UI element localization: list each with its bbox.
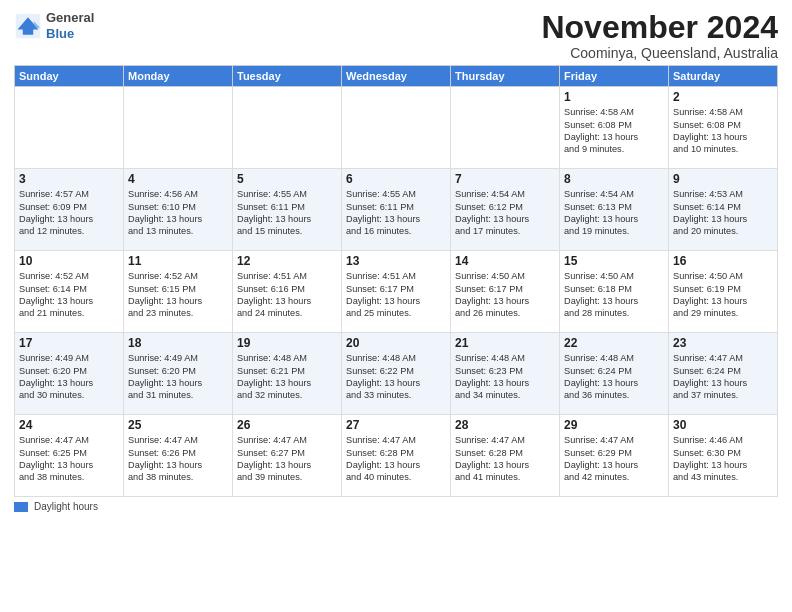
day-number: 6	[346, 172, 446, 186]
calendar-cell: 10Sunrise: 4:52 AM Sunset: 6:14 PM Dayli…	[15, 251, 124, 333]
day-number: 8	[564, 172, 664, 186]
location: Coominya, Queensland, Australia	[541, 45, 778, 61]
day-number: 21	[455, 336, 555, 350]
calendar-cell: 21Sunrise: 4:48 AM Sunset: 6:23 PM Dayli…	[451, 333, 560, 415]
day-header-monday: Monday	[124, 66, 233, 87]
day-info: Sunrise: 4:47 AM Sunset: 6:28 PM Dayligh…	[346, 434, 446, 484]
day-number: 14	[455, 254, 555, 268]
header: General Blue November 2024 Coominya, Que…	[14, 10, 778, 61]
day-number: 10	[19, 254, 119, 268]
calendar-header-row: SundayMondayTuesdayWednesdayThursdayFrid…	[15, 66, 778, 87]
day-number: 9	[673, 172, 773, 186]
day-header-saturday: Saturday	[669, 66, 778, 87]
calendar-cell: 25Sunrise: 4:47 AM Sunset: 6:26 PM Dayli…	[124, 415, 233, 497]
calendar-cell	[342, 87, 451, 169]
day-info: Sunrise: 4:54 AM Sunset: 6:12 PM Dayligh…	[455, 188, 555, 238]
day-number: 17	[19, 336, 119, 350]
calendar-cell	[15, 87, 124, 169]
calendar-cell: 6Sunrise: 4:55 AM Sunset: 6:11 PM Daylig…	[342, 169, 451, 251]
day-info: Sunrise: 4:47 AM Sunset: 6:28 PM Dayligh…	[455, 434, 555, 484]
day-number: 11	[128, 254, 228, 268]
calendar-cell: 15Sunrise: 4:50 AM Sunset: 6:18 PM Dayli…	[560, 251, 669, 333]
calendar-week-row: 17Sunrise: 4:49 AM Sunset: 6:20 PM Dayli…	[15, 333, 778, 415]
day-number: 22	[564, 336, 664, 350]
day-number: 29	[564, 418, 664, 432]
calendar-cell: 12Sunrise: 4:51 AM Sunset: 6:16 PM Dayli…	[233, 251, 342, 333]
day-number: 3	[19, 172, 119, 186]
day-number: 13	[346, 254, 446, 268]
day-number: 2	[673, 90, 773, 104]
day-info: Sunrise: 4:55 AM Sunset: 6:11 PM Dayligh…	[346, 188, 446, 238]
day-info: Sunrise: 4:52 AM Sunset: 6:14 PM Dayligh…	[19, 270, 119, 320]
calendar-cell: 7Sunrise: 4:54 AM Sunset: 6:12 PM Daylig…	[451, 169, 560, 251]
day-header-tuesday: Tuesday	[233, 66, 342, 87]
logo-line1: General	[46, 10, 94, 26]
day-info: Sunrise: 4:46 AM Sunset: 6:30 PM Dayligh…	[673, 434, 773, 484]
day-info: Sunrise: 4:47 AM Sunset: 6:26 PM Dayligh…	[128, 434, 228, 484]
calendar-cell: 8Sunrise: 4:54 AM Sunset: 6:13 PM Daylig…	[560, 169, 669, 251]
day-number: 30	[673, 418, 773, 432]
day-info: Sunrise: 4:49 AM Sunset: 6:20 PM Dayligh…	[128, 352, 228, 402]
day-info: Sunrise: 4:47 AM Sunset: 6:24 PM Dayligh…	[673, 352, 773, 402]
day-number: 1	[564, 90, 664, 104]
calendar-cell: 16Sunrise: 4:50 AM Sunset: 6:19 PM Dayli…	[669, 251, 778, 333]
day-number: 16	[673, 254, 773, 268]
day-info: Sunrise: 4:51 AM Sunset: 6:16 PM Dayligh…	[237, 270, 337, 320]
day-header-wednesday: Wednesday	[342, 66, 451, 87]
calendar-cell: 22Sunrise: 4:48 AM Sunset: 6:24 PM Dayli…	[560, 333, 669, 415]
day-number: 4	[128, 172, 228, 186]
day-number: 24	[19, 418, 119, 432]
day-number: 19	[237, 336, 337, 350]
day-info: Sunrise: 4:47 AM Sunset: 6:29 PM Dayligh…	[564, 434, 664, 484]
logo-icon	[14, 12, 42, 40]
calendar-cell: 14Sunrise: 4:50 AM Sunset: 6:17 PM Dayli…	[451, 251, 560, 333]
legend-box	[14, 502, 28, 512]
day-info: Sunrise: 4:48 AM Sunset: 6:21 PM Dayligh…	[237, 352, 337, 402]
calendar-cell: 24Sunrise: 4:47 AM Sunset: 6:25 PM Dayli…	[15, 415, 124, 497]
calendar-week-row: 1Sunrise: 4:58 AM Sunset: 6:08 PM Daylig…	[15, 87, 778, 169]
day-info: Sunrise: 4:49 AM Sunset: 6:20 PM Dayligh…	[19, 352, 119, 402]
calendar-cell	[124, 87, 233, 169]
day-info: Sunrise: 4:50 AM Sunset: 6:19 PM Dayligh…	[673, 270, 773, 320]
day-number: 7	[455, 172, 555, 186]
day-number: 26	[237, 418, 337, 432]
day-number: 25	[128, 418, 228, 432]
day-number: 27	[346, 418, 446, 432]
calendar-cell: 4Sunrise: 4:56 AM Sunset: 6:10 PM Daylig…	[124, 169, 233, 251]
calendar-cell: 23Sunrise: 4:47 AM Sunset: 6:24 PM Dayli…	[669, 333, 778, 415]
day-number: 28	[455, 418, 555, 432]
day-header-thursday: Thursday	[451, 66, 560, 87]
calendar-week-row: 10Sunrise: 4:52 AM Sunset: 6:14 PM Dayli…	[15, 251, 778, 333]
day-number: 20	[346, 336, 446, 350]
day-info: Sunrise: 4:52 AM Sunset: 6:15 PM Dayligh…	[128, 270, 228, 320]
legend-label: Daylight hours	[34, 501, 98, 512]
day-info: Sunrise: 4:58 AM Sunset: 6:08 PM Dayligh…	[564, 106, 664, 156]
calendar-cell: 26Sunrise: 4:47 AM Sunset: 6:27 PM Dayli…	[233, 415, 342, 497]
day-info: Sunrise: 4:58 AM Sunset: 6:08 PM Dayligh…	[673, 106, 773, 156]
calendar-cell: 17Sunrise: 4:49 AM Sunset: 6:20 PM Dayli…	[15, 333, 124, 415]
day-info: Sunrise: 4:50 AM Sunset: 6:18 PM Dayligh…	[564, 270, 664, 320]
calendar-cell: 28Sunrise: 4:47 AM Sunset: 6:28 PM Dayli…	[451, 415, 560, 497]
day-info: Sunrise: 4:48 AM Sunset: 6:24 PM Dayligh…	[564, 352, 664, 402]
logo-text: General Blue	[46, 10, 94, 41]
logo: General Blue	[14, 10, 94, 41]
day-number: 5	[237, 172, 337, 186]
logo-line2: Blue	[46, 26, 94, 42]
page-container: General Blue November 2024 Coominya, Que…	[0, 0, 792, 518]
day-info: Sunrise: 4:53 AM Sunset: 6:14 PM Dayligh…	[673, 188, 773, 238]
day-info: Sunrise: 4:48 AM Sunset: 6:23 PM Dayligh…	[455, 352, 555, 402]
calendar-cell: 2Sunrise: 4:58 AM Sunset: 6:08 PM Daylig…	[669, 87, 778, 169]
day-info: Sunrise: 4:55 AM Sunset: 6:11 PM Dayligh…	[237, 188, 337, 238]
calendar-cell	[233, 87, 342, 169]
day-number: 18	[128, 336, 228, 350]
calendar-cell: 27Sunrise: 4:47 AM Sunset: 6:28 PM Dayli…	[342, 415, 451, 497]
calendar-cell: 18Sunrise: 4:49 AM Sunset: 6:20 PM Dayli…	[124, 333, 233, 415]
day-info: Sunrise: 4:51 AM Sunset: 6:17 PM Dayligh…	[346, 270, 446, 320]
calendar-cell: 9Sunrise: 4:53 AM Sunset: 6:14 PM Daylig…	[669, 169, 778, 251]
day-info: Sunrise: 4:54 AM Sunset: 6:13 PM Dayligh…	[564, 188, 664, 238]
calendar-cell: 30Sunrise: 4:46 AM Sunset: 6:30 PM Dayli…	[669, 415, 778, 497]
day-info: Sunrise: 4:57 AM Sunset: 6:09 PM Dayligh…	[19, 188, 119, 238]
calendar-cell: 5Sunrise: 4:55 AM Sunset: 6:11 PM Daylig…	[233, 169, 342, 251]
calendar-cell: 1Sunrise: 4:58 AM Sunset: 6:08 PM Daylig…	[560, 87, 669, 169]
calendar-week-row: 24Sunrise: 4:47 AM Sunset: 6:25 PM Dayli…	[15, 415, 778, 497]
